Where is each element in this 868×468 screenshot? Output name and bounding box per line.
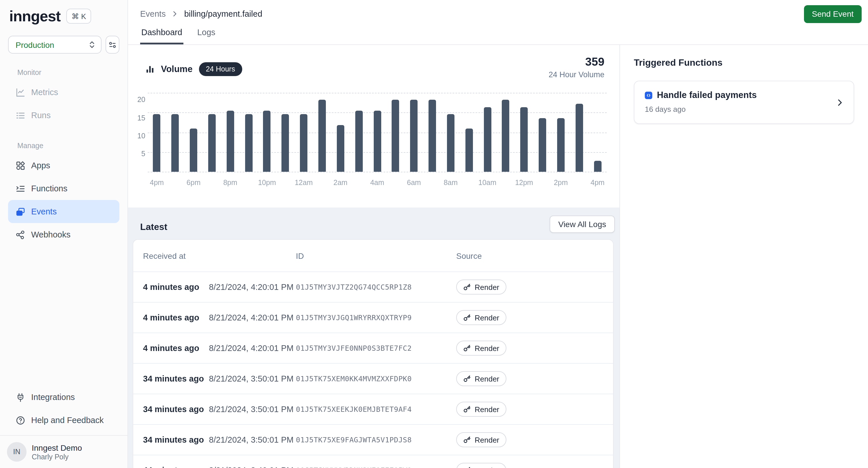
volume-bar <box>465 129 473 172</box>
topbar: Events billing/payment.failed Send Event <box>128 0 868 28</box>
table-row[interactable]: 4 minutes ago8/21/2024, 4:20:01 PM01J5TM… <box>133 303 613 333</box>
sidebar-item-functions[interactable]: Functions <box>8 177 119 200</box>
shapes-icon <box>16 161 25 170</box>
x-axis-tick: 6am <box>399 179 428 187</box>
received-timestamp: 8/21/2024, 3:40:01 PM <box>203 466 293 468</box>
volume-bar-slot <box>386 93 405 172</box>
volume-bar-slot <box>405 93 423 172</box>
source-badge[interactable]: Render <box>456 432 506 447</box>
environment-select[interactable]: Production <box>8 36 101 54</box>
received-timestamp: 8/21/2024, 3:50:01 PM <box>203 435 293 444</box>
avatar: IN <box>7 442 27 462</box>
sidebar: inngest ⌘ K Production Monitor <box>0 0 128 468</box>
volume-bar <box>337 125 344 172</box>
sidebar-item-label: Integrations <box>31 393 75 402</box>
command-k-shortcut[interactable]: ⌘ K <box>66 9 91 24</box>
event-id: 01J5TK75XEM0KK4MVMZXXFDPK0 <box>296 374 412 383</box>
received-relative-time: 4 minutes ago <box>143 313 199 322</box>
sidebar-spacer <box>0 246 127 386</box>
table-row[interactable]: 34 minutes ago8/21/2024, 3:50:01 PM01J5T… <box>133 394 613 425</box>
account-name: Inngest Demo <box>32 443 82 452</box>
volume-bar-slot <box>441 93 460 172</box>
received-relative-time: 4 minutes ago <box>143 282 199 292</box>
tab-dashboard[interactable]: Dashboard <box>140 28 183 44</box>
volume-bar-slot <box>148 93 166 172</box>
sidebar-item-label: Events <box>31 207 57 216</box>
source-badge[interactable]: Render <box>456 463 506 468</box>
sidebar-item-metrics[interactable]: Metrics <box>8 81 119 104</box>
source-label: Render <box>475 405 499 413</box>
x-axis-tick: 4pm <box>583 179 612 187</box>
function-card[interactable]: Handle failed payments 16 days ago <box>634 81 854 124</box>
triggered-functions-title: Triggered Functions <box>634 58 854 68</box>
source-badge[interactable]: Render <box>456 371 506 386</box>
environment-label: Production <box>16 40 88 49</box>
event-id: 01J5TK75XEEKJK0EMJBTET9AF4 <box>296 405 412 413</box>
table-row[interactable]: 4 minutes ago8/21/2024, 4:20:01 PM01J5TM… <box>133 333 613 364</box>
volume-bar <box>447 114 455 172</box>
y-axis-tick: 20 <box>133 96 145 104</box>
volume-bars <box>148 93 607 172</box>
volume-bar <box>373 111 381 172</box>
plug-icon <box>16 392 25 402</box>
sidebar-item-apps[interactable]: Apps <box>8 154 119 177</box>
x-axis-tick: 4am <box>363 179 392 187</box>
sidebar-item-webhooks[interactable]: Webhooks <box>8 223 119 246</box>
key-icon <box>463 375 471 382</box>
breadcrumb-current: billing/payment.failed <box>184 9 262 19</box>
avatar-initials: IN <box>13 448 21 456</box>
sidebar-item-label: Functions <box>31 184 67 193</box>
column-source: Source <box>456 240 482 272</box>
list-icon <box>16 110 25 120</box>
function-code-icon <box>645 91 652 99</box>
volume-bar <box>318 100 326 172</box>
sidebar-item-runs[interactable]: Runs <box>8 104 119 127</box>
environment-row: Production <box>0 25 127 54</box>
table-row[interactable]: 44 minutes ago8/21/2024, 3:40:01 PM01J5T… <box>133 455 613 468</box>
source-badge[interactable]: Render <box>456 310 506 325</box>
source-badge[interactable]: Render <box>456 341 506 356</box>
sidebar-item-integrations[interactable]: Integrations <box>8 386 119 409</box>
send-event-button[interactable]: Send Event <box>804 5 862 23</box>
volume-bar-slot <box>203 93 221 172</box>
volume-bar <box>576 104 583 172</box>
source-badge[interactable]: Render <box>456 279 506 295</box>
source-label: Render <box>475 313 499 322</box>
function-row: Handle failed payments <box>645 90 843 100</box>
table-row[interactable]: 4 minutes ago8/21/2024, 4:20:01 PM01J5TM… <box>133 272 613 303</box>
volume-bar <box>484 107 491 172</box>
x-axis-tick: 2am <box>326 179 355 187</box>
view-all-logs-button[interactable]: View All Logs <box>550 215 615 233</box>
key-icon <box>463 436 471 443</box>
volume-bar <box>410 100 417 172</box>
volume-bar <box>392 100 399 172</box>
volume-bar-slot <box>276 93 295 172</box>
volume-bar-slot <box>221 93 240 172</box>
event-id: 01J5TJHVYVWBDNH3KE9EEE05W9 <box>296 466 412 468</box>
received-timestamp: 8/21/2024, 3:50:01 PM <box>203 374 293 383</box>
environment-settings-button[interactable] <box>105 36 119 54</box>
table-row[interactable]: 34 minutes ago8/21/2024, 3:50:01 PM01J5T… <box>133 425 613 455</box>
range-badge[interactable]: 24 Hours <box>199 62 242 76</box>
volume-bar <box>429 100 436 172</box>
event-dashboard-column: Volume 24 Hours 359 24 Hour Volume <box>128 45 619 468</box>
table-row[interactable]: 34 minutes ago8/21/2024, 3:50:01 PM01J5T… <box>133 364 613 394</box>
sidebar-item-help[interactable]: Help and Feedback <box>8 409 119 432</box>
x-axis-tick: 2pm <box>547 179 575 187</box>
chevron-right-icon <box>171 10 179 18</box>
volume-bar-slot <box>331 93 350 172</box>
tab-logs[interactable]: Logs <box>196 28 217 44</box>
sidebar-item-events[interactable]: Events <box>8 200 119 223</box>
triggered-functions-panel: Triggered Functions Handle failed paymen… <box>619 45 868 468</box>
source-badge[interactable]: Render <box>456 402 506 417</box>
volume-bar-slot <box>295 93 313 172</box>
volume-bar-slot <box>552 93 570 172</box>
volume-bar <box>263 111 271 172</box>
chevron-up-down-icon <box>88 40 96 49</box>
gridline <box>148 172 607 172</box>
received-relative-time: 34 minutes ago <box>143 374 204 383</box>
x-axis-tick: 4pm <box>143 179 171 187</box>
user-menu[interactable]: IN Inngest Demo Charly Poly <box>0 436 127 468</box>
breadcrumb-events-link[interactable]: Events <box>140 9 166 19</box>
volume-bar-slot <box>478 93 497 172</box>
